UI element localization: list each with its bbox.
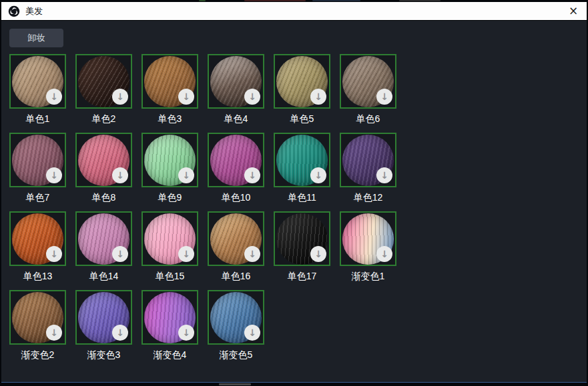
hair-color-item: ↓ 单色3	[141, 54, 198, 125]
dialog-body: 卸妆 ↓ 单色1 ↓ 单色2 ↓ 单色3 ↓ 单色4 ↓	[1, 21, 587, 383]
hair-color-label: 单色16	[208, 271, 264, 282]
title-bar: 美发 ×	[1, 2, 587, 20]
background-artifact	[312, 0, 360, 1]
hair-color-label: 单色15	[141, 271, 198, 282]
background-artifact	[199, 0, 206, 1]
hair-color-item: ↓ 单色9	[141, 133, 198, 203]
download-icon[interactable]: ↓	[376, 167, 392, 183]
hair-color-item: ↓ 渐变色2	[9, 290, 66, 361]
hair-color-tile[interactable]: ↓	[75, 54, 132, 109]
hair-color-item: ↓ 单色17	[274, 211, 330, 282]
download-icon[interactable]: ↓	[46, 167, 62, 183]
hair-color-tile[interactable]: ↓	[9, 290, 66, 345]
hair-color-label: 单色1	[9, 113, 66, 125]
hair-color-item: ↓ 渐变色5	[208, 290, 264, 361]
download-icon[interactable]: ↓	[46, 246, 62, 262]
hair-color-tile[interactable]: ↓	[9, 133, 66, 187]
hair-color-label: 单色14	[75, 271, 132, 282]
hair-dye-dialog-window: 美发 × 卸妆 ↓ 单色1 ↓ 单色2 ↓ 单色3 ↓ 单色4	[0, 0, 588, 386]
hair-color-tile[interactable]: ↓	[141, 133, 198, 187]
download-icon[interactable]: ↓	[46, 325, 62, 341]
hair-color-label: 单色3	[141, 113, 198, 125]
download-icon[interactable]: ↓	[178, 89, 194, 105]
download-icon[interactable]: ↓	[376, 89, 392, 105]
hair-color-item: ↓ 单色4	[208, 54, 264, 125]
hair-color-tile[interactable]: ↓	[9, 54, 66, 109]
background-artifact	[399, 0, 440, 1]
hair-color-label: 单色11	[274, 192, 330, 203]
hair-color-label: 单色7	[9, 192, 66, 203]
hair-color-label: 渐变色1	[340, 271, 396, 282]
remove-makeup-button[interactable]: 卸妆	[9, 29, 63, 47]
download-icon[interactable]: ↓	[112, 246, 128, 262]
hair-color-label: 渐变色3	[75, 349, 132, 361]
download-icon[interactable]: ↓	[376, 246, 392, 262]
download-icon[interactable]: ↓	[178, 325, 194, 341]
hair-color-label: 单色10	[208, 192, 264, 203]
hair-color-label: 渐变色2	[9, 349, 66, 361]
hair-color-tile[interactable]: ↓	[75, 290, 132, 345]
hair-color-item: ↓ 单色5	[274, 54, 330, 125]
hair-color-tile[interactable]: ↓	[208, 54, 264, 109]
download-icon[interactable]: ↓	[178, 246, 194, 262]
download-icon[interactable]: ↓	[112, 325, 128, 341]
hair-color-label: 渐变色5	[208, 349, 264, 361]
hair-color-item: ↓ 单色14	[75, 211, 132, 282]
hair-color-label: 单色13	[9, 271, 66, 282]
hair-color-tile[interactable]: ↓	[340, 211, 396, 266]
hair-color-item: ↓ 单色13	[9, 211, 66, 282]
hair-color-item: ↓ 单色7	[9, 133, 66, 203]
hair-color-label: 单色12	[340, 192, 396, 203]
hair-color-item: ↓ 渐变色3	[75, 290, 132, 361]
hair-color-tile[interactable]: ↓	[141, 211, 198, 266]
hair-color-label: 单色6	[340, 113, 396, 125]
download-icon[interactable]: ↓	[46, 89, 62, 105]
hair-color-tile[interactable]: ↓	[208, 133, 264, 187]
hair-color-label: 单色17	[274, 271, 330, 282]
hair-color-item: ↓ 单色10	[208, 133, 264, 203]
hair-color-tile[interactable]: ↓	[274, 54, 330, 109]
hair-color-tile[interactable]: ↓	[274, 133, 330, 187]
hair-color-tile[interactable]: ↓	[141, 54, 198, 109]
hair-color-item: ↓ 单色16	[208, 211, 264, 282]
hair-color-tile[interactable]: ↓	[274, 211, 330, 266]
hair-color-item: ↓ 单色2	[75, 54, 132, 125]
hair-color-label: 单色5	[274, 113, 330, 125]
window-title: 美发	[25, 5, 43, 17]
hair-color-item: ↓ 单色8	[75, 133, 132, 203]
hair-color-label: 单色4	[208, 113, 264, 125]
hair-color-label: 单色2	[75, 113, 132, 125]
download-icon[interactable]: ↓	[310, 167, 326, 183]
hair-color-tile[interactable]: ↓	[208, 290, 264, 345]
obs-logo-icon	[8, 5, 20, 17]
hair-color-item: ↓ 渐变色4	[141, 290, 198, 361]
hair-color-item: ↓ 单色1	[9, 54, 66, 125]
download-icon[interactable]: ↓	[244, 246, 260, 262]
background-artifact	[244, 0, 306, 1]
hair-color-tile[interactable]: ↓	[75, 133, 132, 187]
download-icon[interactable]: ↓	[178, 167, 194, 183]
hair-color-item: ↓ 单色6	[340, 54, 396, 125]
hair-color-grid: ↓ 单色1 ↓ 单色2 ↓ 单色3 ↓ 单色4 ↓ 单色5	[9, 54, 398, 361]
hair-color-tile[interactable]: ↓	[208, 211, 264, 266]
hair-color-tile[interactable]: ↓	[9, 211, 66, 266]
download-icon[interactable]: ↓	[244, 167, 260, 183]
hair-color-tile[interactable]: ↓	[340, 133, 396, 187]
hair-color-label: 单色8	[75, 192, 132, 203]
download-icon[interactable]: ↓	[244, 325, 260, 341]
hair-color-label: 渐变色4	[141, 349, 198, 361]
hair-color-tile[interactable]: ↓	[340, 54, 396, 109]
hair-color-tile[interactable]: ↓	[75, 211, 132, 266]
hair-color-item: ↓ 单色12	[340, 133, 396, 203]
download-icon[interactable]: ↓	[112, 89, 128, 105]
close-icon[interactable]: ×	[560, 2, 587, 20]
download-icon[interactable]: ↓	[310, 246, 326, 262]
download-icon[interactable]: ↓	[112, 167, 128, 183]
download-icon[interactable]: ↓	[310, 89, 326, 105]
download-icon[interactable]: ↓	[244, 89, 260, 105]
hair-color-item: ↓ 单色15	[141, 211, 198, 282]
hair-color-tile[interactable]: ↓	[141, 290, 198, 345]
hair-color-item: ↓ 单色11	[274, 133, 330, 203]
hair-color-label: 单色9	[141, 192, 198, 203]
background-artifact	[219, 383, 251, 385]
